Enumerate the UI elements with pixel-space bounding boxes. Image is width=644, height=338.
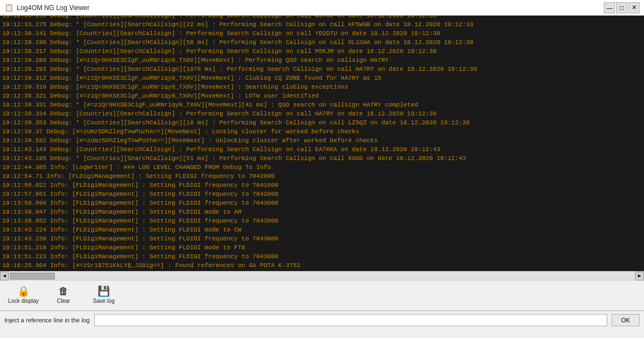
log-line: 19:12:44.385 Info: [LogWriter] : ### LOG… — [2, 163, 642, 172]
log-line: 19:12:57.661 Info: [FLDigiManagement] : … — [2, 190, 642, 199]
scroll-left-button[interactable]: ◀ — [0, 272, 9, 281]
save-icon: 💾 — [98, 287, 110, 297]
scroll-right-button[interactable]: ▶ — [635, 272, 644, 281]
log-line: 19:12:43.195 Debug: * [Countries][Search… — [2, 154, 642, 163]
log-line: 19:13:51.218 Info: [FLDigiManagement] : … — [2, 243, 642, 252]
log-line: 19:12:39.37 Debug: [#=zUmz5DhZlegTVwPUzh… — [2, 127, 642, 136]
log-line: 19:12:39.334 Debug: [Countries][SearchCa… — [2, 109, 642, 118]
log-line: 19:13:43.239 Info: [FLDigiManagement] : … — [2, 234, 642, 243]
trash-icon: 🗑 — [59, 287, 69, 297]
log-line: 19:12:39.312 Debug: [#=z1Qr0HXSE3ClgF_uu… — [2, 74, 642, 83]
window-title: Log4OM NG Log Viewer — [17, 4, 90, 12]
window-controls: — □ ✕ — [604, 2, 640, 13]
maximize-button[interactable]: □ — [616, 2, 627, 13]
inject-label: Inject a reference line in the log — [4, 317, 90, 323]
clear-button[interactable]: 🗑 Clear — [45, 283, 83, 308]
log-line: 19:13:38.952 Info: [FLDigiManagement] : … — [2, 216, 642, 225]
log-line: 19:12:43.143 Debug: [Countries][SearchCa… — [2, 145, 642, 154]
clear-label: Clear — [57, 298, 70, 304]
log-line: 19:16:25.904 Info: [#=zSr1B751KkLY$_JS0i… — [2, 261, 642, 270]
log-line: 19:12:39.353 Debug: * [Countries][Search… — [2, 118, 642, 127]
log-line: 19:12:38.141 Debug: [Countries][SearchCa… — [2, 29, 642, 38]
toolbar: 🔒 Lock display 🗑 Clear 💾 Save log — [0, 280, 644, 311]
log-line: 19:12:39.321 Debug: [#=z1Qr0HXSE3ClgF_uu… — [2, 91, 642, 100]
inject-bar: Inject a reference line in the log OK — [0, 311, 644, 329]
lock-display-button[interactable]: 🔒 Lock display — [4, 283, 42, 308]
log-line: 19:12:54.71 Info: [FLDigiManagement] : S… — [2, 172, 642, 181]
log-line: 19:12:39.331 Debug: * [#=z1Qr0HXSE3ClgF_… — [2, 100, 642, 109]
log-line: 19:12:56.022 Info: [FLDigiManagement] : … — [2, 181, 642, 190]
lock-display-label: Lock display — [8, 298, 38, 304]
log-line: 19:12:38.199 Debug: * [Countries][Search… — [2, 38, 642, 47]
app-icon: 📋 — [4, 3, 13, 12]
close-button[interactable]: ✕ — [628, 2, 640, 13]
log-scroll-area[interactable]: 19:12:33.231 Debug: * [Countries][Search… — [0, 16, 644, 271]
log-line: 19:13:58.099 Info: [FLDigiManagement] : … — [2, 199, 642, 207]
inject-input[interactable] — [94, 314, 607, 326]
log-line: 19:12:39.582 Debug: [#=zUmz5DhZlegTVwPUz… — [2, 136, 642, 145]
minimize-button[interactable]: — — [604, 2, 615, 13]
log-line: 19:12:33.253 Debug: [Countries][SearchCa… — [2, 16, 642, 20]
log-line: 19:12:39.289 Debug: [#=z1Qr0HXSE3ClgF_uu… — [2, 56, 642, 65]
scroll-track[interactable] — [9, 272, 635, 280]
inject-ok-button[interactable]: OK — [612, 314, 640, 326]
log-line: 19:13:51.223 Info: [FLDigiManagement] : … — [2, 252, 642, 261]
log-container: 19:12:33.231 Debug: * [Countries][Search… — [0, 16, 644, 271]
horizontal-scrollbar[interactable]: ◀ ▶ — [0, 271, 644, 280]
save-log-button[interactable]: 💾 Save log — [85, 283, 123, 308]
save-log-label: Save log — [93, 298, 115, 304]
log-line: 19:12:33.275 Debug: * [Countries][Search… — [2, 20, 642, 29]
log-line: 19:13:43.224 Info: [FLDigiManagement] : … — [2, 225, 642, 234]
lock-icon: 🔒 — [17, 287, 30, 297]
log-line: 19:12:39.293 Debug: * [Countries][Search… — [2, 65, 642, 74]
log-line: 19:13:38.947 Info: [FLDigiManagement] : … — [2, 207, 642, 216]
log-line: 19:12:39.316 Debug: [#=z1Qr0HXSE3ClgF_uu… — [2, 83, 642, 91]
log-line: 19:12:38.217 Debug: [Countries][SearchCa… — [2, 47, 642, 56]
title-bar: 📋 Log4OM NG Log Viewer — □ ✕ — [0, 0, 644, 16]
scroll-thumb[interactable] — [10, 273, 55, 279]
